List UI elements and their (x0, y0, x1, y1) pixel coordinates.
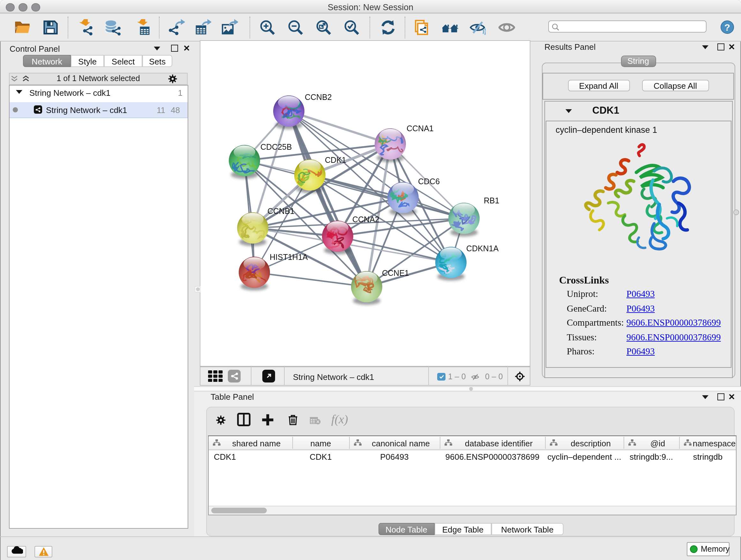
svg-text:HIST1H1A: HIST1H1A (270, 253, 308, 261)
svg-text:CDC25B: CDC25B (260, 142, 292, 151)
svg-text:CDC6: CDC6 (418, 177, 440, 186)
svg-text:RB1: RB1 (484, 196, 499, 205)
svg-text:CDK1: CDK1 (325, 155, 346, 165)
svg-text:CCNB1: CCNB1 (267, 206, 294, 215)
svg-text:CCNA1: CCNA1 (407, 124, 434, 133)
svg-text:CCNB2: CCNB2 (305, 92, 332, 102)
svg-text:CCNA2: CCNA2 (352, 215, 380, 224)
svg-text:CCNE1: CCNE1 (382, 268, 409, 277)
svg-text:CDKN1A: CDKN1A (466, 244, 499, 253)
